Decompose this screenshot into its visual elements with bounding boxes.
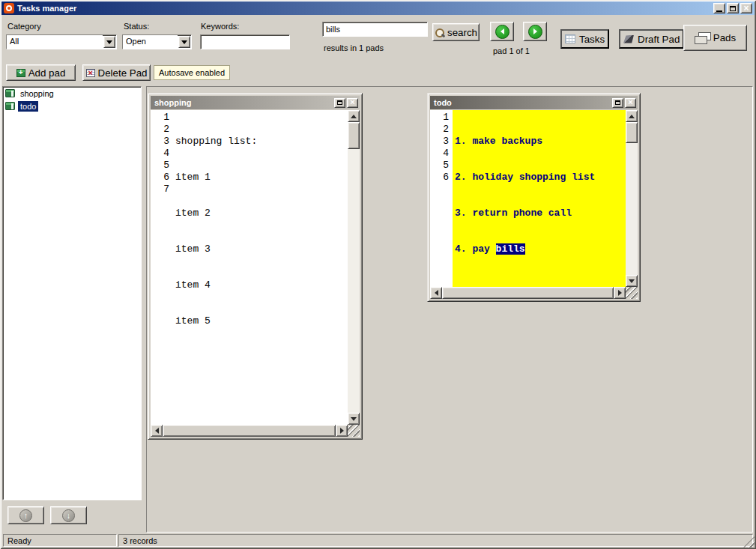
pad-icon — [5, 102, 15, 110]
close-button[interactable]: × — [740, 3, 752, 13]
keywords-input[interactable] — [200, 34, 290, 49]
line-numbers: 1 2 3 4 5 6 — [430, 110, 453, 287]
vertical-scrollbar[interactable] — [626, 110, 638, 287]
text-line — [175, 351, 348, 363]
maximize-button[interactable] — [727, 3, 739, 13]
status-dropdown-button[interactable] — [178, 36, 190, 48]
search-button[interactable]: search — [432, 23, 480, 41]
line-number: 7 — [151, 183, 169, 195]
line-numbers: 1 2 3 4 5 6 7 — [151, 110, 173, 425]
add-pad-button[interactable]: Add pad — [6, 64, 76, 81]
shopping-pad-titlebar[interactable]: shopping × — [151, 96, 360, 109]
category-dropdown-button[interactable] — [103, 36, 115, 48]
shopping-pad-text[interactable]: shopping list: item 1 item 2 item 3 item… — [173, 110, 348, 425]
vertical-scrollbar[interactable] — [348, 110, 360, 425]
horizontal-scrollbar-track[interactable] — [442, 287, 614, 299]
category-value: All — [7, 35, 103, 49]
arrow-down-icon — [62, 509, 75, 522]
pad-list-item-todo[interactable]: todo — [3, 100, 141, 112]
arrow-right-icon — [533, 28, 537, 34]
line-number: 3 — [151, 136, 169, 148]
chevron-down-icon — [181, 40, 187, 44]
draft-pad-view-button[interactable]: Draft Pad — [619, 29, 684, 49]
horizontal-scrollbar[interactable] — [430, 287, 638, 299]
pad-icon — [5, 89, 15, 97]
horizontal-scrollbar[interactable] — [151, 425, 360, 437]
maximize-icon — [615, 100, 620, 105]
line-number: 2 — [151, 124, 169, 136]
todo-pad-title: todo — [434, 98, 452, 107]
maximize-button[interactable] — [334, 98, 345, 108]
arrow-left-icon — [501, 28, 504, 34]
todo-pad-text[interactable]: 1. make backups 2. holiday shopping list… — [453, 110, 626, 287]
scroll-up-button[interactable] — [348, 110, 360, 122]
pad-list: shopping todo — [2, 86, 142, 500]
titlebar[interactable]: Tasks manager × — [1, 1, 755, 15]
scroll-up-button[interactable] — [626, 110, 638, 122]
minimize-button[interactable] — [713, 3, 725, 13]
horizontal-scrollbar-thumb[interactable] — [163, 425, 336, 437]
scroll-down-icon — [351, 417, 357, 421]
keywords-label: Keywords: — [201, 22, 239, 31]
horizontal-scrollbar-track[interactable] — [163, 425, 336, 437]
line-number: 2 — [430, 124, 449, 136]
vertical-scrollbar-track[interactable] — [626, 122, 638, 275]
app-icon[interactable] — [4, 3, 14, 13]
add-pad-icon — [16, 69, 25, 77]
pads-icon — [695, 32, 710, 43]
delete-pad-button[interactable]: Delete Pad — [82, 64, 151, 81]
next-pad-button[interactable] — [523, 22, 547, 41]
chevron-down-icon — [106, 40, 112, 44]
pads-view-button[interactable]: Pads — [683, 25, 747, 51]
maximize-icon — [730, 6, 736, 11]
resize-grip[interactable] — [626, 287, 638, 299]
add-pad-label: Add pad — [28, 67, 66, 79]
scroll-left-button[interactable] — [430, 287, 442, 299]
maximize-button[interactable] — [612, 98, 623, 108]
scroll-down-button[interactable] — [348, 413, 360, 425]
status-value: Open — [123, 35, 178, 49]
text-line: shopping list: — [175, 136, 348, 148]
search-input[interactable] — [322, 22, 428, 37]
category-select[interactable]: All — [6, 34, 117, 49]
scroll-right-button[interactable] — [614, 287, 626, 299]
autosave-indicator[interactable]: Autosave enabled — [154, 65, 230, 80]
delete-pad-icon — [86, 69, 95, 77]
close-button[interactable]: × — [347, 98, 358, 108]
text-line: item 1 — [175, 172, 348, 183]
draft-pad-icon — [623, 35, 634, 43]
vertical-scrollbar-thumb[interactable] — [626, 122, 638, 143]
line-number: 6 — [151, 172, 169, 183]
scroll-down-icon — [629, 279, 635, 283]
shopping-pad-window: shopping × 1 2 3 4 5 6 7 shopping list: … — [148, 93, 363, 440]
todo-pad-titlebar[interactable]: todo × — [430, 96, 638, 109]
scroll-left-button[interactable] — [151, 425, 163, 437]
search-icon — [435, 28, 444, 37]
status-select[interactable]: Open — [122, 34, 192, 49]
scroll-right-button[interactable] — [336, 425, 348, 437]
previous-pad-button[interactable] — [490, 22, 514, 41]
previous-pad-icon — [495, 25, 509, 39]
vertical-scrollbar-track[interactable] — [348, 122, 360, 413]
pad-list-item-shopping[interactable]: shopping — [3, 87, 141, 100]
move-down-button[interactable] — [50, 506, 87, 524]
move-up-button[interactable] — [7, 506, 44, 524]
delete-pad-label: Delete Pad — [98, 67, 148, 79]
search-match-highlight: bills — [496, 243, 525, 255]
tasks-view-button[interactable]: Tasks — [560, 29, 609, 49]
text-line: 4. pay bills — [455, 243, 626, 255]
search-results-text: results in 1 pads — [324, 43, 384, 52]
close-icon: × — [743, 4, 749, 13]
close-button[interactable]: × — [625, 98, 636, 108]
resize-grip[interactable] — [348, 425, 360, 437]
todo-pad-editor: 1 2 3 4 5 6 1. make backups 2. holiday s… — [430, 110, 638, 287]
scroll-down-button[interactable] — [626, 275, 638, 287]
search-button-label: search — [447, 27, 477, 38]
pad-list-item-label: todo — [18, 101, 38, 112]
horizontal-scrollbar-thumb[interactable] — [442, 287, 614, 299]
status-panel-records: 3 records — [118, 534, 753, 547]
vertical-scrollbar-thumb[interactable] — [348, 122, 360, 149]
text-segment: 4. pay — [455, 243, 496, 255]
shopping-pad-title: shopping — [154, 98, 192, 107]
text-line: item 3 — [175, 243, 348, 255]
